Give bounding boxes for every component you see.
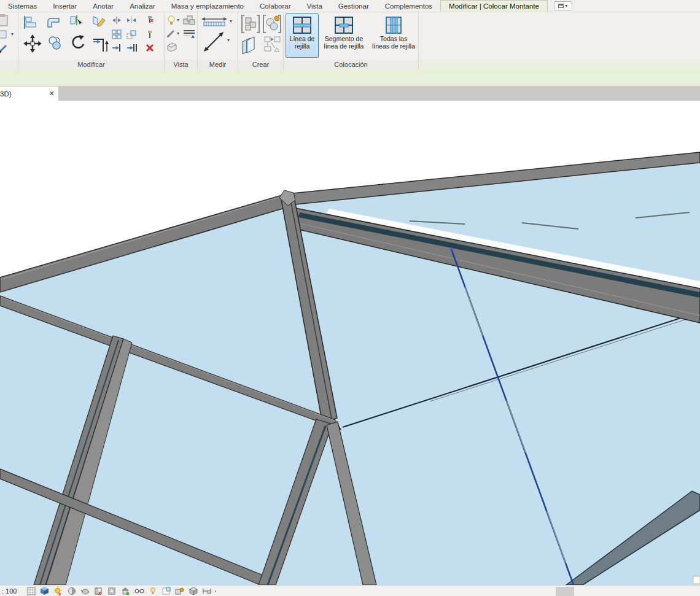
visual-style-icon[interactable] xyxy=(40,586,49,595)
panel-medir: ▾ ▾ Medir xyxy=(198,12,238,70)
svg-text:x: x xyxy=(150,17,154,23)
measuring-tape-icon[interactable] xyxy=(201,16,227,27)
create-similar-icon[interactable] xyxy=(240,36,261,55)
ribbon-empty-area xyxy=(419,12,700,70)
tab-vista[interactable]: Vista xyxy=(299,0,330,12)
conceptual-mass-icon[interactable] xyxy=(182,14,196,26)
lightbulb-icon[interactable] xyxy=(166,15,176,26)
create-group-icon[interactable] xyxy=(241,14,260,34)
ribbon: ▾ x xyxy=(0,12,700,70)
grid-line-icon xyxy=(292,16,313,34)
button-label: Segmento delínea de rejilla xyxy=(324,35,364,50)
align-dim-icon[interactable] xyxy=(112,16,122,25)
cope-icon[interactable] xyxy=(46,15,61,30)
view-tab-label: 3D} xyxy=(0,90,12,98)
copy-icon[interactable] xyxy=(47,36,63,52)
sun-path-icon[interactable]: x xyxy=(53,586,63,595)
curtain-wall-geometry xyxy=(0,101,700,585)
clipboard-icon[interactable] xyxy=(0,29,10,39)
cut-geometry-icon[interactable] xyxy=(69,14,85,30)
segmento-de-linea-de-rejilla-button[interactable]: Segmento delínea de rejilla xyxy=(320,14,368,58)
chevron-down-icon[interactable]: ▾ xyxy=(227,38,230,43)
array-icon[interactable] xyxy=(112,29,122,39)
split-gap-icon[interactable] xyxy=(126,16,136,25)
panel-label-modificar[interactable]: Modificar xyxy=(18,60,164,70)
view-tab-3d[interactable]: 3D} ✕ xyxy=(0,87,58,101)
scale-label[interactable]: : 100 xyxy=(2,587,21,595)
viewbox-icon[interactable] xyxy=(166,42,178,53)
scrollbar-thumb[interactable] xyxy=(556,587,574,596)
reveal-constraints-icon[interactable] xyxy=(202,586,211,595)
tab-analizar[interactable]: Analizar xyxy=(122,0,163,12)
button-label: Todas laslíneas de rejilla xyxy=(372,35,415,50)
3d-view-canvas[interactable] xyxy=(0,101,700,585)
chevron-down-icon[interactable]: ▾ xyxy=(11,32,14,37)
panel-label-vista[interactable]: Vista xyxy=(165,60,197,70)
paste-icon[interactable] xyxy=(0,14,10,28)
panel-label-colocacion[interactable]: Colocación xyxy=(284,60,418,70)
todas-las-lineas-de-rejilla-button[interactable]: Todas laslíneas de rejilla xyxy=(369,14,418,58)
view-control-icons: x x xyxy=(26,586,211,595)
panel-label-crear[interactable]: Crear xyxy=(238,60,283,70)
displacement-icon[interactable] xyxy=(175,586,184,595)
align-icon[interactable] xyxy=(23,15,38,30)
all-grid-lines-icon xyxy=(383,16,404,34)
rotate-icon[interactable] xyxy=(69,34,87,53)
displaced-cube-icon[interactable] xyxy=(189,586,198,595)
show-rendering-icon[interactable] xyxy=(80,586,90,595)
svg-text:x: x xyxy=(58,591,61,595)
panel-crear: Crear xyxy=(238,12,284,70)
tab-modificar-colocar-montante[interactable]: Modificar | Colocar Montante xyxy=(440,0,548,12)
ribbon-panel-icon xyxy=(558,4,564,8)
panel-label-medir[interactable]: Medir xyxy=(198,60,238,70)
ribbon-state-toggle-button[interactable]: ▾ xyxy=(554,1,572,10)
revit-window: Sistemas Insertar Anotar Analizar Masa y… xyxy=(0,0,700,596)
pin-delete-icon[interactable]: x xyxy=(145,15,155,25)
grid-segment-icon xyxy=(333,16,354,34)
crop-region-icon[interactable] xyxy=(107,586,117,595)
knife-icon[interactable] xyxy=(0,43,10,58)
chevron-down-icon[interactable]: ▾ xyxy=(230,19,232,24)
crop-view-icon[interactable]: x xyxy=(94,586,103,595)
shadows-icon[interactable] xyxy=(67,586,76,595)
offset-icon[interactable] xyxy=(112,43,122,53)
panel-vista: ▾ ▾ Vista xyxy=(165,12,198,70)
create-assembly-icon[interactable] xyxy=(262,14,282,34)
chevron-down-icon[interactable]: ▾ xyxy=(177,18,179,23)
detail-level-icon[interactable] xyxy=(26,586,36,595)
move-icon[interactable] xyxy=(23,34,42,53)
tab-gestionar[interactable]: Gestionar xyxy=(330,0,377,12)
linea-de-rejilla-button[interactable]: Línea derejilla xyxy=(286,14,319,58)
chevron-down-icon[interactable]: ▾ xyxy=(177,31,179,36)
horizontal-scrollbar[interactable] xyxy=(216,586,700,596)
view-tab-bar: 3D} ✕ xyxy=(0,87,700,101)
temporary-view-properties-icon[interactable] xyxy=(161,586,171,595)
tab-masa-y-emplazamiento[interactable]: Masa y emplazamiento xyxy=(163,0,252,12)
component-flow-icon[interactable] xyxy=(263,36,282,55)
offset-multi-icon[interactable] xyxy=(126,43,138,53)
options-bar xyxy=(0,70,700,87)
panel-colocacion: Línea derejilla Segmento delínea de reji… xyxy=(284,12,419,70)
measure-diagonal-icon[interactable] xyxy=(203,31,225,53)
svg-text:x: x xyxy=(98,590,101,595)
brush-icon[interactable] xyxy=(166,28,176,38)
tab-sistemas[interactable]: Sistemas xyxy=(0,0,45,12)
close-icon[interactable]: ✕ xyxy=(49,90,55,98)
chevron-down-icon: ▾ xyxy=(565,3,567,9)
tab-anotar[interactable]: Anotar xyxy=(85,0,122,12)
delete-icon[interactable] xyxy=(145,43,155,53)
mirror-icon[interactable] xyxy=(126,29,136,39)
tab-colaborar[interactable]: Colaborar xyxy=(252,0,299,12)
split-element-icon[interactable] xyxy=(91,14,107,30)
underlay-icon[interactable] xyxy=(182,28,196,41)
tab-complementos[interactable]: Complementos xyxy=(377,0,440,12)
tab-insertar[interactable]: Insertar xyxy=(45,0,85,12)
locked-3d-view-icon[interactable] xyxy=(121,586,130,595)
view-control-bar: : 100 x x < xyxy=(0,585,700,596)
unpin-icon[interactable] xyxy=(146,29,154,39)
button-label: Línea derejilla xyxy=(290,35,315,50)
trim-corner-icon[interactable] xyxy=(92,34,109,53)
reveal-hidden-icon[interactable] xyxy=(134,586,144,595)
temporary-bulb-icon[interactable] xyxy=(148,586,157,595)
ribbon-tab-bar: Sistemas Insertar Anotar Analizar Masa y… xyxy=(0,0,700,12)
